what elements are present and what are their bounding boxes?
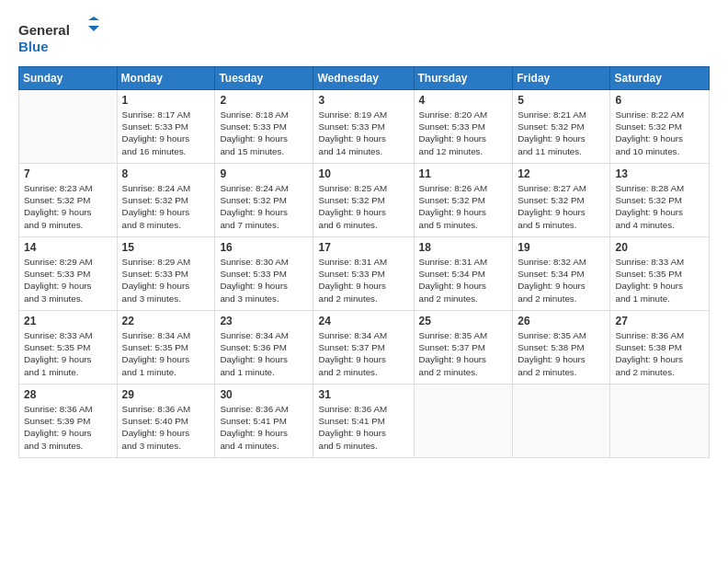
day-number: 30	[220, 388, 308, 401]
calendar-cell: 30Sunrise: 8:36 AMSunset: 5:41 PMDayligh…	[215, 385, 313, 458]
calendar-cell: 8Sunrise: 8:24 AMSunset: 5:32 PMDaylight…	[117, 164, 215, 237]
day-number: 9	[220, 167, 308, 180]
calendar-cell: 6Sunrise: 8:22 AMSunset: 5:32 PMDaylight…	[610, 90, 710, 164]
calendar-cell: 11Sunrise: 8:26 AMSunset: 5:32 PMDayligh…	[414, 164, 513, 237]
cell-detail-text: Sunrise: 8:36 AMSunset: 5:41 PMDaylight:…	[220, 403, 308, 452]
calendar-cell: 15Sunrise: 8:29 AMSunset: 5:33 PMDayligh…	[117, 237, 215, 311]
calendar-cell: 17Sunrise: 8:31 AMSunset: 5:33 PMDayligh…	[313, 237, 414, 311]
day-number: 2	[220, 94, 308, 107]
calendar-cell: 20Sunrise: 8:33 AMSunset: 5:35 PMDayligh…	[610, 237, 710, 311]
calendar-cell: 26Sunrise: 8:35 AMSunset: 5:38 PMDayligh…	[513, 311, 610, 385]
calendar-cell: 9Sunrise: 8:24 AMSunset: 5:32 PMDaylight…	[215, 164, 313, 237]
cell-detail-text: Sunrise: 8:36 AMSunset: 5:38 PMDaylight:…	[615, 329, 704, 378]
day-number: 21	[24, 315, 112, 327]
calendar-cell: 24Sunrise: 8:34 AMSunset: 5:37 PMDayligh…	[313, 311, 414, 385]
cell-detail-text: Sunrise: 8:34 AMSunset: 5:35 PMDaylight:…	[122, 329, 210, 378]
cell-detail-text: Sunrise: 8:36 AMSunset: 5:39 PMDaylight:…	[24, 403, 112, 452]
svg-text:Blue: Blue	[18, 39, 49, 54]
calendar-cell: 23Sunrise: 8:34 AMSunset: 5:36 PMDayligh…	[215, 311, 313, 385]
calendar-cell: 5Sunrise: 8:21 AMSunset: 5:32 PMDaylight…	[513, 90, 610, 164]
cell-detail-text: Sunrise: 8:33 AMSunset: 5:35 PMDaylight:…	[615, 256, 704, 304]
day-number: 10	[318, 167, 408, 180]
cell-detail-text: Sunrise: 8:21 AMSunset: 5:32 PMDaylight:…	[518, 109, 605, 157]
calendar-cell: 13Sunrise: 8:28 AMSunset: 5:32 PMDayligh…	[610, 164, 710, 237]
logo: General Blue	[18, 17, 101, 57]
svg-marker-3	[88, 26, 99, 31]
cell-detail-text: Sunrise: 8:31 AMSunset: 5:34 PMDaylight:…	[419, 256, 508, 304]
weekday-header-cell: Saturday	[610, 67, 710, 90]
cell-detail-text: Sunrise: 8:24 AMSunset: 5:32 PMDaylight:…	[122, 182, 210, 231]
calendar-cell	[19, 90, 118, 164]
calendar-cell: 1Sunrise: 8:17 AMSunset: 5:33 PMDaylight…	[117, 90, 215, 164]
day-number: 1	[122, 94, 210, 107]
cell-detail-text: Sunrise: 8:34 AMSunset: 5:36 PMDaylight:…	[220, 329, 308, 378]
day-number: 26	[518, 315, 605, 327]
day-number: 29	[122, 388, 210, 401]
cell-detail-text: Sunrise: 8:31 AMSunset: 5:33 PMDaylight:…	[318, 256, 408, 304]
weekday-header-cell: Sunday	[19, 67, 118, 90]
calendar-cell: 19Sunrise: 8:32 AMSunset: 5:34 PMDayligh…	[513, 237, 610, 311]
day-number: 14	[24, 241, 112, 254]
calendar-cell: 18Sunrise: 8:31 AMSunset: 5:34 PMDayligh…	[414, 237, 513, 311]
cell-detail-text: Sunrise: 8:34 AMSunset: 5:37 PMDaylight:…	[318, 329, 408, 378]
header: General Blue	[18, 17, 710, 57]
cell-detail-text: Sunrise: 8:28 AMSunset: 5:32 PMDaylight:…	[615, 182, 704, 231]
calendar-cell	[513, 385, 610, 458]
calendar-week-row: 14Sunrise: 8:29 AMSunset: 5:33 PMDayligh…	[19, 237, 710, 311]
day-number: 24	[318, 315, 408, 327]
calendar-cell: 28Sunrise: 8:36 AMSunset: 5:39 PMDayligh…	[19, 385, 118, 458]
calendar-cell	[610, 385, 710, 458]
calendar-cell: 25Sunrise: 8:35 AMSunset: 5:37 PMDayligh…	[414, 311, 513, 385]
cell-detail-text: Sunrise: 8:20 AMSunset: 5:33 PMDaylight:…	[419, 109, 508, 157]
cell-detail-text: Sunrise: 8:29 AMSunset: 5:33 PMDaylight:…	[122, 256, 210, 304]
day-number: 8	[122, 167, 210, 180]
calendar-week-row: 21Sunrise: 8:33 AMSunset: 5:35 PMDayligh…	[19, 311, 710, 385]
cell-detail-text: Sunrise: 8:17 AMSunset: 5:33 PMDaylight:…	[122, 109, 210, 157]
weekday-header-cell: Tuesday	[215, 67, 313, 90]
cell-detail-text: Sunrise: 8:33 AMSunset: 5:35 PMDaylight:…	[24, 329, 112, 378]
calendar-table: SundayMondayTuesdayWednesdayThursdayFrid…	[18, 66, 710, 458]
day-number: 5	[518, 94, 605, 107]
day-number: 23	[220, 315, 308, 327]
calendar-week-row: 28Sunrise: 8:36 AMSunset: 5:39 PMDayligh…	[19, 385, 710, 458]
page-container: General Blue SundayMondayTuesdayWednesda…	[0, 0, 728, 563]
cell-detail-text: Sunrise: 8:36 AMSunset: 5:40 PMDaylight:…	[122, 403, 210, 452]
calendar-cell: 4Sunrise: 8:20 AMSunset: 5:33 PMDaylight…	[414, 90, 513, 164]
calendar-cell: 27Sunrise: 8:36 AMSunset: 5:38 PMDayligh…	[610, 311, 710, 385]
logo-svg: General Blue	[18, 17, 101, 57]
cell-detail-text: Sunrise: 8:18 AMSunset: 5:33 PMDaylight:…	[220, 109, 308, 157]
calendar-cell: 12Sunrise: 8:27 AMSunset: 5:32 PMDayligh…	[513, 164, 610, 237]
cell-detail-text: Sunrise: 8:26 AMSunset: 5:32 PMDaylight:…	[419, 182, 508, 231]
day-number: 7	[24, 167, 112, 180]
calendar-cell: 2Sunrise: 8:18 AMSunset: 5:33 PMDaylight…	[215, 90, 313, 164]
day-number: 15	[122, 241, 210, 254]
cell-detail-text: Sunrise: 8:32 AMSunset: 5:34 PMDaylight:…	[518, 256, 605, 304]
weekday-header-cell: Friday	[513, 67, 610, 90]
cell-detail-text: Sunrise: 8:29 AMSunset: 5:33 PMDaylight:…	[24, 256, 112, 304]
calendar-cell: 3Sunrise: 8:19 AMSunset: 5:33 PMDaylight…	[313, 90, 414, 164]
day-number: 18	[419, 241, 508, 254]
calendar-week-row: 1Sunrise: 8:17 AMSunset: 5:33 PMDaylight…	[19, 90, 710, 164]
cell-detail-text: Sunrise: 8:30 AMSunset: 5:33 PMDaylight:…	[220, 256, 308, 304]
calendar-cell: 7Sunrise: 8:23 AMSunset: 5:32 PMDaylight…	[19, 164, 118, 237]
cell-detail-text: Sunrise: 8:23 AMSunset: 5:32 PMDaylight:…	[24, 182, 112, 231]
weekday-header-cell: Thursday	[414, 67, 513, 90]
day-number: 3	[318, 94, 408, 107]
day-number: 16	[220, 241, 308, 254]
calendar-cell: 31Sunrise: 8:36 AMSunset: 5:41 PMDayligh…	[313, 385, 414, 458]
day-number: 6	[615, 94, 704, 107]
weekday-header-cell: Monday	[117, 67, 215, 90]
cell-detail-text: Sunrise: 8:24 AMSunset: 5:32 PMDaylight:…	[220, 182, 308, 231]
cell-detail-text: Sunrise: 8:35 AMSunset: 5:37 PMDaylight:…	[419, 329, 508, 378]
calendar-week-row: 7Sunrise: 8:23 AMSunset: 5:32 PMDaylight…	[19, 164, 710, 237]
calendar-cell	[414, 385, 513, 458]
weekday-header-row: SundayMondayTuesdayWednesdayThursdayFrid…	[19, 67, 710, 90]
day-number: 31	[318, 388, 408, 401]
day-number: 13	[615, 167, 704, 180]
calendar-cell: 10Sunrise: 8:25 AMSunset: 5:32 PMDayligh…	[313, 164, 414, 237]
svg-marker-2	[88, 17, 99, 20]
calendar-cell: 21Sunrise: 8:33 AMSunset: 5:35 PMDayligh…	[19, 311, 118, 385]
day-number: 25	[419, 315, 508, 327]
calendar-cell: 29Sunrise: 8:36 AMSunset: 5:40 PMDayligh…	[117, 385, 215, 458]
cell-detail-text: Sunrise: 8:22 AMSunset: 5:32 PMDaylight:…	[615, 109, 704, 157]
